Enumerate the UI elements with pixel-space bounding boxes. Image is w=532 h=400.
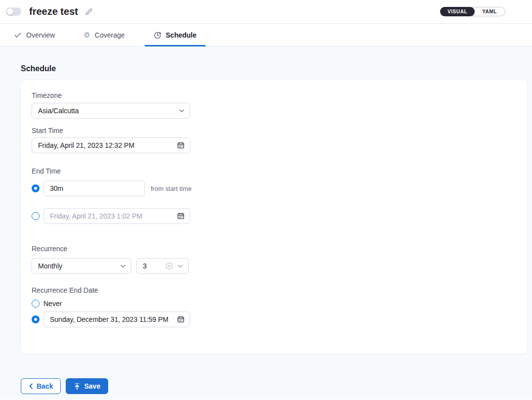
chevron-down-icon [179,109,185,113]
recurrence-never-label: Never [43,300,62,308]
tab-schedule-label: Schedule [166,31,197,39]
end-time-label: End Time [32,167,527,175]
edit-pencil-icon[interactable] [85,7,93,16]
recurrence-row: Monthly [32,258,527,274]
back-button-label: Back [37,382,53,390]
tab-bar: Overview ⚙ Coverage Schedule [0,24,532,46]
save-button[interactable]: Save [66,378,108,394]
schedule-card: Timezone Asia/Calcutta Start Time [21,80,527,354]
end-time-date-value [50,212,177,220]
save-button-label: Save [84,382,100,390]
schedule-panel: Schedule Timezone Asia/Calcutta Start Ti… [0,46,532,400]
calendar-icon [177,212,185,220]
tab-overview-label: Overview [26,31,55,39]
tab-overview[interactable]: Overview [5,24,64,46]
recurrence-type-value: Monthly [38,262,62,270]
check-icon [14,31,22,39]
timezone-value: Asia/Calcutta [38,107,79,115]
start-time-value[interactable] [38,141,177,149]
yaml-segment[interactable]: YAML [474,7,505,16]
start-time-input[interactable] [32,137,190,153]
tab-coverage[interactable]: ⚙ Coverage [75,24,133,46]
end-time-date-row [32,208,527,224]
visual-yaml-toggle: VISUAL YAML [440,7,505,16]
chevron-down-icon [120,264,126,268]
recurrence-end-date-value[interactable] [50,315,177,323]
gear-icon: ⚙ [83,31,90,39]
freeze-toggle-knob [7,8,13,15]
recurrence-end-date-row [32,311,527,327]
schedule-heading: Schedule [0,46,532,73]
clear-circle-x-icon[interactable] [165,262,173,270]
end-time-duration-row: from start time [32,180,527,196]
schedule-clock-icon [154,31,162,39]
upload-arrow-icon [74,383,81,390]
recurrence-type-select[interactable]: Monthly [32,258,131,274]
footer-actions: Back Save [0,354,532,394]
calendar-icon[interactable] [177,315,185,323]
timezone-label: Timezone [32,91,527,99]
back-button[interactable]: Back [21,378,61,394]
recurrence-end-date-radio[interactable] [32,315,40,323]
freeze-toggle[interactable] [6,7,21,16]
calendar-icon[interactable] [177,141,185,149]
chevron-down-icon[interactable] [177,264,183,268]
timezone-select[interactable]: Asia/Calcutta [32,103,190,119]
recurrence-interval-input[interactable] [136,258,189,274]
page-header: freeze test VISUAL YAML [0,0,532,24]
recurrence-end-date-label: Recurrence End Date [32,286,527,294]
visual-segment[interactable]: VISUAL [440,7,475,16]
end-time-duration-value[interactable] [50,184,139,192]
recurrence-label: Recurrence [32,245,527,253]
tab-coverage-label: Coverage [95,31,125,39]
recurrence-interval-value[interactable] [143,262,165,270]
end-time-date-input[interactable] [43,208,190,224]
end-time-duration-input[interactable] [43,180,145,196]
recurrence-never-row: Never [32,300,527,308]
start-time-label: Start Time [32,127,527,134]
chevron-left-icon [29,383,33,389]
end-time-duration-radio[interactable] [32,184,40,192]
tab-schedule[interactable]: Schedule [145,24,205,46]
from-start-time-hint: from start time [151,185,192,192]
page-title: freeze test [29,6,78,17]
end-time-date-radio[interactable] [32,212,40,220]
recurrence-never-radio[interactable] [32,300,40,308]
recurrence-end-date-input[interactable] [43,311,190,327]
